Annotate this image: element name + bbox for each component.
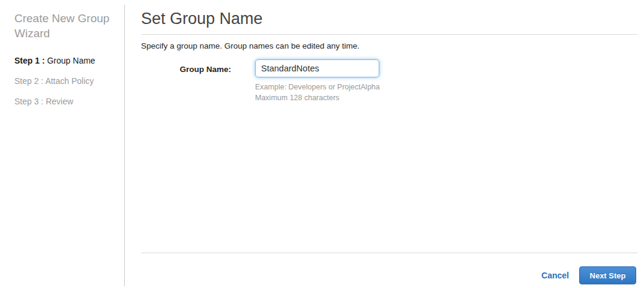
main-panel: Set Group Name Specify a group name. Gro… [125,0,644,288]
group-name-hints: Example: Developers or ProjectAlpha Maxi… [255,82,380,103]
step-3-prefix: Step 3 : [14,97,43,106]
step-1-group-name: Step 1 : Group Name [14,56,112,65]
group-name-input[interactable] [255,59,379,77]
hint-example: Example: Developers or ProjectAlpha [255,82,380,92]
wizard-footer: Cancel Next Step [141,253,637,284]
hint-max-characters: Maximum 128 characters [255,92,380,103]
step-1-label: Group Name [47,56,95,65]
step-2-prefix: Step 2 : [14,76,43,86]
next-step-button[interactable]: Next Step [579,266,636,284]
wizard-sidebar: Create New Group Wizard Step 1 : Group N… [0,0,124,288]
step-2-attach-policy: Step 2 : Attach Policy [14,77,112,86]
step-2-label: Attach Policy [45,76,94,86]
wizard-title: Create New Group Wizard [14,11,112,41]
step-3-review: Step 3 : Review [14,97,112,106]
cancel-button[interactable]: Cancel [541,271,569,280]
wizard-steps: Step 1 : Group Name Step 2 : Attach Poli… [14,56,112,106]
content-spacer [141,103,637,253]
step-3-label: Review [46,97,73,106]
step-1-prefix: Step 1 : [14,56,45,65]
page-title: Set Group Name [141,10,637,28]
group-name-field-column: Example: Developers or ProjectAlpha Maxi… [255,59,380,103]
page-description: Specify a group name. Group names can be… [141,41,637,50]
group-name-form-row: Group Name: Example: Developers or Proje… [141,59,637,103]
group-name-label: Group Name: [141,59,231,74]
title-divider [141,34,637,35]
